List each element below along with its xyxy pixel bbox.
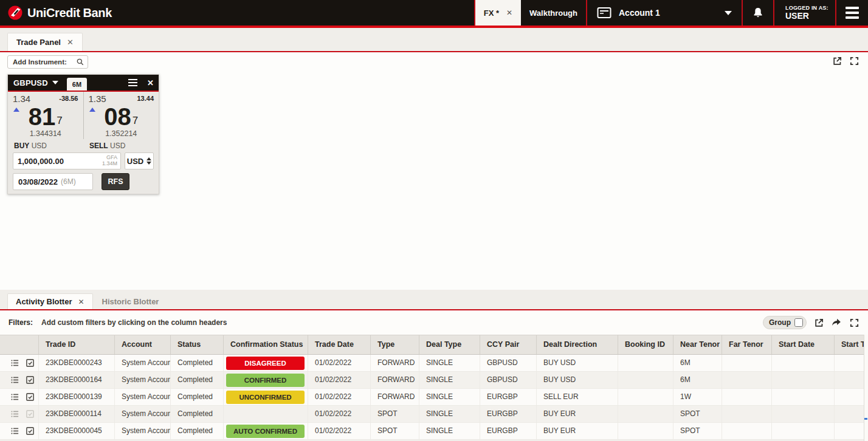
notifications-button[interactable] [743,0,773,26]
cell-near-tenor: SPOT [673,406,722,422]
cell-row-actions [0,423,39,439]
tenor-tab-6m[interactable]: 6M [67,78,87,91]
account-selector[interactable]: Account 1 [587,0,742,26]
details-list-icon[interactable] [10,375,19,385]
confirm-checkbox-icon[interactable] [26,409,35,419]
table-row[interactable]: 23KDBE0000045 System Account Completed A… [0,423,868,440]
details-list-icon[interactable] [10,409,19,419]
column-header-start-date[interactable]: Start Date [772,335,835,354]
cell-account: System Account [115,406,171,422]
column-header-account[interactable]: Account [115,335,171,354]
fullscreen-icon[interactable] [849,55,859,66]
symbol-label[interactable]: GBPUSD [13,78,48,87]
brand: UniCredit Bank [0,0,474,26]
ask-price-tile[interactable]: 1.35 13.44 08 7 1.352214 [84,92,159,139]
group-toggle[interactable]: Group [763,316,807,329]
price-tiles: 1.34 -38.56 81 7 1.344314 1.35 13.44 [8,92,159,139]
logged-in-as-label: LOGGED IN AS: [785,5,835,11]
table-row[interactable]: 23KDBE0000139 System Account Completed U… [0,389,868,406]
cell-trade-date: 01/02/2022 [308,406,371,422]
ask-points: 13.44 [137,94,154,104]
status-badge: UNCONFIRMED [226,391,305,404]
vertical-scrollbar[interactable] [864,335,868,441]
blotter-filters-row: Filters: Add custom filters by clicking … [0,310,868,335]
blotter-table: Trade IDAccountStatusConfirmation Status… [0,335,868,441]
cell-dealt-direction: BUY EUR [537,423,618,439]
column-header-deal-type[interactable]: Deal Type [419,335,480,354]
hamburger-menu-button[interactable] [836,0,868,26]
amount-value: 1,000,000.00 [18,157,64,166]
column-header-dealt-direction[interactable]: Dealt Direction [537,335,618,354]
bid-price-tile[interactable]: 1.34 -38.56 81 7 1.344314 [8,92,84,139]
confirm-checkbox-icon[interactable] [26,426,35,436]
cell-trade-date: 01/02/2022 [308,372,371,388]
cell-booking-id [618,372,673,388]
cell-trade-id: 23KDBE0000139 [39,389,115,405]
close-icon[interactable]: ✕ [506,9,512,17]
confirm-checkbox-icon[interactable] [26,392,35,402]
close-icon[interactable]: ✕ [67,38,74,47]
blotter-tab-strip: Activity Blotter ✕ Historic Blotter [0,290,868,309]
cell-start-time [835,423,868,439]
chevron-down-icon[interactable] [52,81,58,84]
column-header-near-tenor[interactable]: Near Tenor [673,335,722,354]
tab-activity-blotter[interactable]: Activity Blotter ✕ [7,293,93,309]
widget-menu-icon[interactable] [128,79,137,87]
table-row[interactable]: 23KDBE0000114 System Account Completed 0… [0,406,868,423]
amount-input[interactable]: 1,000,000.00 GFA 1.34M [13,152,121,169]
close-icon[interactable]: ✕ [147,78,154,87]
cell-dealt-direction: SELL EUR [537,389,618,405]
close-icon[interactable]: ✕ [78,298,84,306]
open-in-new-window-icon[interactable] [813,317,824,328]
cell-deal-type: SINGLE [419,372,480,388]
column-header-start-t[interactable]: Start T [835,335,868,354]
table-row[interactable]: 23KDBE0000164 System Account Completed C… [0,372,868,389]
rfs-button[interactable]: RFS [102,173,129,190]
tab-fx[interactable]: FX * ✕ [475,0,521,26]
currency-selector[interactable]: USD [125,152,154,169]
cell-dealt-direction: BUY USD [537,355,618,371]
fullscreen-icon[interactable] [849,317,859,328]
cell-type: FORWARD [371,355,419,371]
table-row[interactable]: 23KDBE0000243 System Account Completed D… [0,355,868,372]
value-date-tenor: (6M) [61,177,76,186]
cell-type: SPOT [371,406,419,422]
open-in-new-window-icon[interactable] [832,55,842,66]
bid-frac: 7 [57,115,62,127]
details-list-icon[interactable] [10,426,19,436]
scrollbar-thumb[interactable] [864,418,867,420]
column-header-booking-id[interactable]: Booking ID [618,335,673,354]
cell-type: SPOT [371,423,419,439]
column-header-row-actions[interactable] [0,335,39,354]
column-header-trade-date[interactable]: Trade Date [308,335,371,354]
details-list-icon[interactable] [10,358,19,368]
account-label: Account 1 [619,8,660,18]
details-list-icon[interactable] [10,392,19,402]
cell-start-time [835,389,868,405]
confirm-checkbox-icon[interactable] [26,358,35,368]
group-checkbox[interactable] [794,318,803,327]
confirm-checkbox-icon[interactable] [26,375,35,385]
brand-name: UniCredit Bank [27,6,112,20]
bell-icon [752,6,764,19]
tab-trade-panel[interactable]: Trade Panel ✕ [7,33,83,51]
tab-walkthrough[interactable]: Walkthrough [521,0,586,26]
column-header-trade-id[interactable]: Trade ID [39,335,115,354]
column-header-ccy-pair[interactable]: CCY Pair [480,335,537,354]
buy-label: BUY [14,142,29,150]
value-date-input[interactable]: 03/08/2022 (6M) [13,173,93,190]
ask-handle: 1.35 [89,94,106,104]
cell-confirmation-status: AUTO CONFIRMED [224,423,308,439]
ask-frac: 7 [133,115,138,127]
column-header-confirmation-status[interactable]: Confirmation Status [224,335,308,354]
sell-ccy: USD [110,142,125,150]
column-header-far-tenor[interactable]: Far Tenor [722,335,772,354]
column-header-type[interactable]: Type [371,335,419,354]
tab-historic-blotter[interactable]: Historic Blotter [94,293,167,309]
cell-row-actions [0,355,39,371]
column-header-status[interactable]: Status [171,335,224,354]
price-up-arrow-icon [89,108,95,112]
cell-far-tenor [722,372,772,388]
share-forward-icon[interactable] [831,317,842,328]
buy-ccy: USD [32,142,47,150]
